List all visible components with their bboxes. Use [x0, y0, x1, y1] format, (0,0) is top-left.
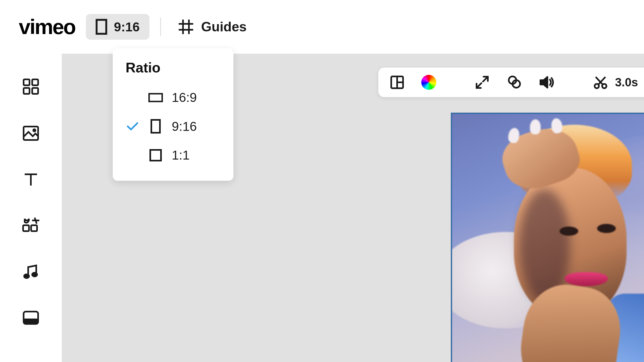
filter-button[interactable]	[506, 75, 522, 90]
sidebar-item-media[interactable]	[22, 125, 40, 142]
svg-rect-5	[24, 79, 30, 85]
portrait-rect-icon	[96, 19, 107, 35]
ratio-popover-title: Ratio	[113, 60, 233, 83]
music-icon	[22, 263, 39, 280]
canvas-area[interactable]: Ratio 16:9 9:16	[62, 54, 644, 362]
svg-line-25	[483, 77, 487, 82]
sidebar	[0, 54, 62, 362]
svg-rect-13	[23, 225, 29, 231]
aspect-label: 9:16	[114, 20, 140, 34]
filter-icon	[506, 75, 522, 90]
image-icon	[22, 125, 40, 142]
svg-point-31	[602, 84, 606, 88]
sidebar-item-style[interactable]	[22, 310, 40, 326]
toolbar-divider	[160, 17, 161, 36]
guides-button[interactable]: Guides	[172, 14, 253, 39]
svg-point-30	[595, 84, 599, 88]
ratio-option-9-16[interactable]: 9:16	[113, 112, 233, 141]
floating-toolbar: 3.0s Remo	[378, 68, 644, 97]
ratio-option-1-1[interactable]: 1:1	[113, 141, 233, 169]
svg-marker-29	[540, 77, 547, 88]
svg-rect-0	[97, 20, 106, 34]
sidebar-item-templates[interactable]	[22, 78, 40, 95]
guides-label: Guides	[201, 19, 247, 35]
scissors-icon	[593, 75, 608, 90]
ratio-popover: Ratio 16:9 9:16	[113, 48, 233, 181]
ratio-option-label: 16:9	[172, 90, 197, 105]
svg-rect-6	[32, 79, 38, 85]
volume-icon	[539, 75, 554, 89]
svg-rect-7	[24, 88, 30, 94]
color-button[interactable]	[421, 75, 436, 90]
stickers-icon	[21, 217, 40, 234]
square-rect-icon	[148, 149, 163, 162]
ratio-option-label: 1:1	[172, 148, 190, 162]
check-icon	[126, 121, 140, 131]
aspect-ratio-button[interactable]: 9:16	[86, 14, 149, 40]
color-wheel-icon	[421, 75, 436, 90]
preview-content	[452, 114, 644, 362]
ratio-option-16-9[interactable]: 16:9	[113, 83, 233, 112]
sidebar-item-text[interactable]	[23, 171, 39, 188]
layout-button[interactable]	[390, 75, 405, 90]
svg-point-16	[32, 273, 37, 276]
svg-rect-19	[149, 94, 162, 101]
svg-point-10	[33, 129, 35, 131]
guides-icon	[178, 19, 194, 35]
svg-rect-14	[31, 225, 37, 231]
landscape-rect-icon	[148, 92, 163, 103]
svg-rect-18	[24, 319, 38, 324]
portrait-rect-icon	[148, 119, 163, 134]
ratio-option-label: 9:16	[172, 119, 197, 134]
svg-rect-8	[32, 88, 38, 94]
duration-label: 3.0s	[615, 76, 638, 89]
style-icon	[22, 310, 40, 326]
grid-icon	[22, 78, 40, 95]
svg-line-26	[477, 83, 481, 87]
sidebar-item-music[interactable]	[22, 263, 39, 280]
text-icon	[23, 171, 39, 188]
expand-icon	[475, 75, 489, 90]
main: Ratio 16:9 9:16	[0, 54, 644, 362]
sidebar-item-stickers[interactable]	[21, 217, 40, 234]
logo: vimeo	[19, 15, 75, 39]
fit-button[interactable]	[475, 75, 489, 90]
svg-point-15	[24, 274, 29, 278]
trim-button[interactable]: 3.0s	[593, 75, 638, 90]
svg-rect-21	[150, 150, 161, 161]
layout-icon	[390, 75, 405, 90]
svg-rect-20	[151, 120, 160, 133]
topbar: vimeo 9:16 Guides	[0, 0, 644, 54]
canvas-preview[interactable]	[451, 113, 644, 362]
volume-button[interactable]	[539, 75, 554, 89]
